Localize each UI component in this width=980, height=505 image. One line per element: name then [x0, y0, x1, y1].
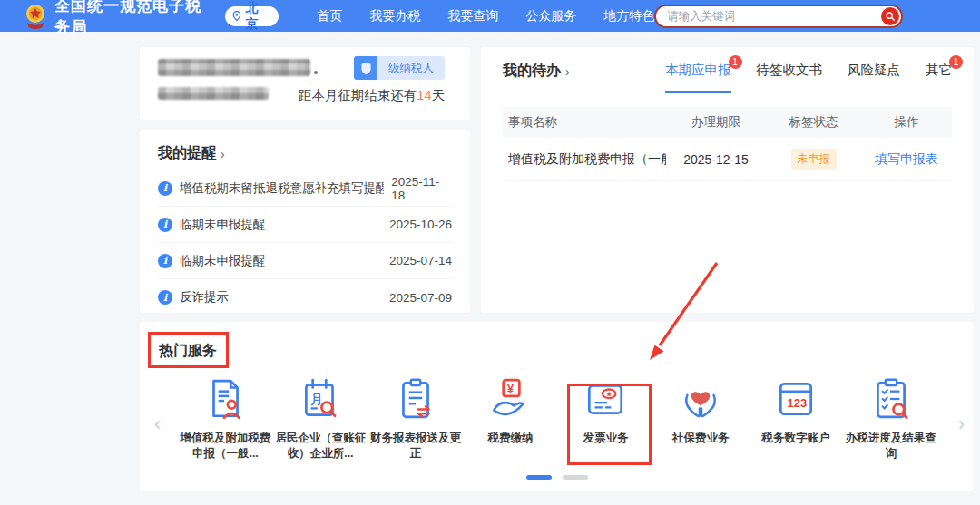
location-label: 北京: [245, 0, 268, 33]
redacted-taxpayer-id: [158, 87, 269, 100]
tab-current-declarations[interactable]: 本期应申报 1: [665, 62, 731, 93]
table-row: 增值税及附加税费申报（一般纳税人适... 2025-12-15 未申报 填写申报…: [503, 138, 952, 181]
annotation-box-hot-services: [148, 332, 229, 368]
app-title: 全国统一规范电子税务局: [54, 0, 216, 37]
nav-local-features[interactable]: 地方特色: [603, 8, 654, 24]
todo-title-row[interactable]: 我的待办 ›: [503, 62, 570, 81]
service-tax-payment[interactable]: ¥ 税费缴纳: [463, 376, 558, 461]
status-badge: 未申报: [791, 149, 837, 170]
digital-account-icon: 123: [773, 376, 818, 422]
taxpayer-credit-badge[interactable]: 级纳税人: [354, 56, 445, 80]
location-pin-icon: [232, 10, 241, 22]
service-vat-declaration[interactable]: 增值税及附加税费申报（一般...: [178, 376, 273, 461]
reminder-item[interactable]: i 增值税期末留抵退税意愿补充填写提醒 2025-11-18: [158, 170, 452, 207]
carousel-dot-active[interactable]: [526, 475, 552, 480]
info-icon: i: [158, 254, 172, 268]
top-header: 全国统一规范电子税务局 北京 首页 我要办税 我要查询 公众服务 地方特色: [0, 0, 980, 32]
tab-badge: 1: [729, 55, 742, 69]
tab-risk-points[interactable]: 风险疑点: [848, 62, 900, 92]
financial-report-icon: [393, 376, 438, 422]
chevron-right-icon: ›: [565, 64, 570, 79]
svg-text:123: 123: [788, 396, 808, 410]
tab-other[interactable]: 其它 1: [926, 62, 952, 92]
nav-handle-tax[interactable]: 我要办税: [369, 8, 420, 24]
carousel-next-button[interactable]: ›: [958, 413, 965, 436]
my-reminders-card: 我的提醒 › i 增值税期末留抵退税意愿补充填写提醒 2025-11-18 i …: [140, 130, 470, 313]
carousel-prev-button[interactable]: ‹: [154, 413, 161, 436]
main-nav: 首页 我要办税 我要查询 公众服务 地方特色: [317, 8, 654, 24]
page: 全国统一规范电子税务局 北京 首页 我要办税 我要查询 公众服务 地方特色: [0, 0, 980, 505]
info-icon: i: [158, 218, 172, 232]
hot-services-card: 热门服务 ‹ › 增值税及附加税费申报（一般...: [140, 322, 974, 491]
tax-bureau-logo: [24, 4, 47, 29]
tab-badge: 1: [949, 55, 963, 69]
carousel-dots: [140, 475, 974, 480]
reminder-item[interactable]: i 临期未申报提醒 2025-07-14: [158, 243, 452, 279]
my-todo-card: 我的待办 › 本期应申报 1 待签收文书 风险疑点 其它 1: [481, 47, 974, 313]
filing-deadline-text: 距本月征期结束还有14天: [299, 87, 445, 104]
svg-text:月: 月: [310, 393, 324, 406]
chevron-right-icon: ›: [220, 147, 225, 161]
reminder-item[interactable]: i 临期未申报提醒 2025-10-26: [158, 207, 452, 243]
todo-title: 我的待办: [503, 62, 561, 81]
social-security-icon: [678, 376, 723, 422]
carousel-dot[interactable]: [563, 475, 588, 480]
info-icon: i: [158, 290, 172, 305]
reminders-title: 我的提醒: [158, 144, 216, 163]
redacted-taxpayer-name: [158, 59, 310, 76]
services-row: 增值税及附加税费申报（一般... 月 居民企业（查账征收）企业所...: [178, 376, 938, 461]
nav-query[interactable]: 我要查询: [447, 8, 498, 24]
user-info-card: 级纳税人 距本月征期结束还有14天: [140, 47, 470, 120]
credit-badge-label: 级纳税人: [377, 56, 445, 80]
location-selector[interactable]: 北京: [225, 6, 279, 26]
progress-query-icon: [868, 376, 914, 422]
service-social-security[interactable]: 社保费业务: [653, 376, 749, 461]
reminders-title-row[interactable]: 我的提醒 ›: [140, 130, 470, 170]
todo-tabs: 本期应申报 1 待签收文书 风险疑点 其它 1: [665, 62, 952, 92]
tab-documents-to-sign[interactable]: 待签收文书: [757, 62, 823, 92]
search-input[interactable]: [667, 10, 881, 23]
svg-text:¥: ¥: [506, 382, 514, 395]
search-bar[interactable]: [654, 5, 903, 28]
service-digital-account[interactable]: 123 税务数字账户: [749, 376, 844, 461]
todo-item-name: 增值税及附加税费申报（一般纳税人适...: [503, 151, 666, 168]
search-icon: [885, 11, 896, 22]
reminder-item[interactable]: i 反诈提示 2025-07-09: [158, 279, 452, 316]
todo-table-header: 事项名称 办理期限 标签状态 操作: [503, 107, 952, 138]
fill-declaration-link[interactable]: 填写申报表: [875, 151, 938, 166]
service-progress-query[interactable]: 办税进度及结果查询: [843, 376, 938, 461]
tax-payment-icon: ¥: [488, 376, 534, 422]
service-enterprise-income-tax[interactable]: 月 居民企业（查账征收）企业所...: [273, 376, 368, 461]
redacted-dot: [314, 71, 318, 74]
credit-shield-icon: [354, 56, 377, 80]
annotation-box-invoice: [567, 384, 652, 465]
nav-home[interactable]: 首页: [317, 8, 342, 24]
vat-declaration-icon: [202, 376, 248, 422]
service-financial-report[interactable]: 财务报表报送及更正: [368, 376, 464, 461]
nav-public-service[interactable]: 公众服务: [525, 8, 576, 24]
todo-item-deadline: 2025-12-15: [666, 152, 766, 167]
todo-header: 我的待办 › 本期应申报 1 待签收文书 风险疑点 其它 1: [481, 47, 974, 92]
deadline-days: 14: [416, 88, 431, 102]
enterprise-income-tax-icon: 月: [298, 376, 343, 422]
search-button[interactable]: [881, 7, 899, 25]
info-icon: i: [158, 181, 172, 196]
